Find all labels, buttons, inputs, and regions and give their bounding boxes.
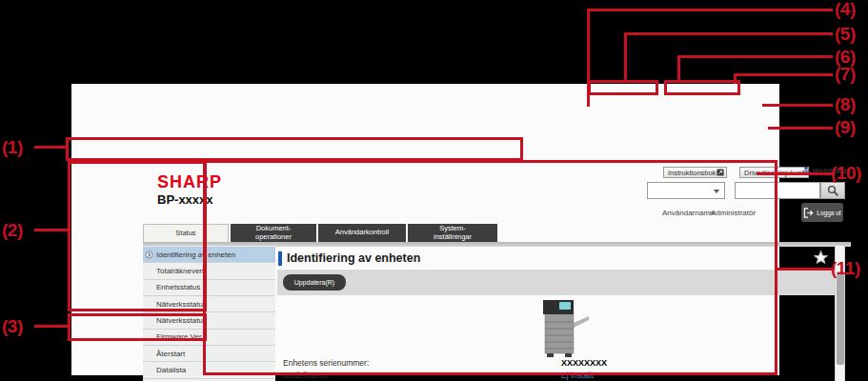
callout-line-1 [34, 146, 66, 149]
callout-line-6 [677, 55, 833, 58]
callout-box-custom-link [68, 313, 207, 341]
callout-8: (8) [835, 95, 856, 114]
callout-line-11 [777, 268, 833, 271]
callout-line-4 [587, 9, 833, 11]
callout-1: (1) [2, 138, 23, 157]
callout-11: (11) [831, 259, 860, 278]
callout-line-10 [757, 172, 833, 175]
callout-box-sidebar [68, 161, 207, 311]
callout-line-5v [624, 32, 627, 81]
sidebar-item-label: Återstart [156, 350, 185, 358]
callout-line-4v [587, 9, 590, 107]
callout-line-5 [624, 32, 833, 35]
callout-line-9 [768, 127, 833, 130]
search-icon [827, 185, 839, 197]
figure-canvas: SHARP BP-xxxxx Instruktionsbok Drivrutin… [0, 0, 868, 381]
callout-line-6v [677, 55, 680, 81]
callout-box-manual [588, 80, 658, 95]
callout-line-8 [762, 104, 833, 107]
callout-10: (10) [831, 164, 861, 183]
callout-line-7v [734, 73, 737, 84]
callout-box-main [203, 160, 777, 375]
callout-line-3 [34, 325, 68, 328]
callout-7: (7) [835, 65, 856, 84]
callout-5: (5) [835, 25, 856, 44]
logout-button-label: Logga ut [817, 210, 840, 216]
logout-button[interactable]: Logga ut [801, 203, 843, 222]
callout-line-2 [34, 229, 68, 231]
callout-box-tabs [66, 137, 523, 161]
callout-3: (3) [2, 317, 23, 336]
callout-box-drivers [664, 80, 740, 95]
scrollbar-thumb[interactable] [837, 271, 844, 365]
callout-2: (2) [2, 221, 23, 240]
sidebar-item-label: Datalista [156, 366, 186, 374]
search-button[interactable] [820, 182, 845, 199]
callout-9: (9) [835, 118, 856, 137]
callout-4: (4) [835, 0, 856, 19]
favorite-star-icon[interactable] [813, 250, 829, 266]
callout-line-7 [734, 73, 833, 76]
logout-icon [803, 208, 814, 218]
